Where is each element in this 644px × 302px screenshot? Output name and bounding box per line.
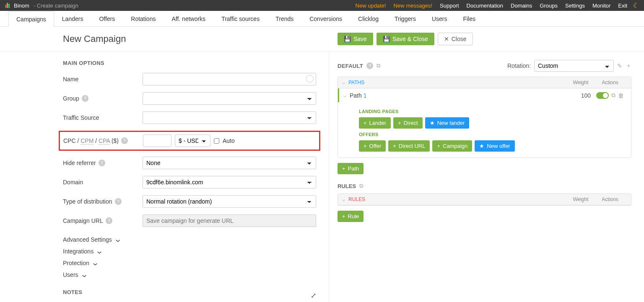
add-direct-button[interactable]: +Direct — [393, 117, 423, 129]
link-support[interactable]: Support — [440, 3, 459, 9]
close-icon: ✕ — [444, 36, 449, 42]
traffic-source-select[interactable] — [143, 111, 316, 124]
name-input[interactable] — [143, 73, 316, 85]
notes-header: NOTES — [63, 289, 82, 295]
topbar: Binom - Create campaign New update! New … — [0, 0, 644, 11]
cost-highlight-box: CPC / CPM / CPA ($) ? $ - USD Auto — [59, 131, 320, 151]
label-traffic-source: Traffic Source — [63, 114, 143, 121]
plus-icon[interactable]: ＋ — [626, 62, 631, 70]
help-icon[interactable]: ? — [106, 217, 112, 224]
plus-icon: + — [342, 213, 345, 219]
label-domain: Domain — [63, 179, 143, 186]
logo: Binom - Create campaign — [5, 3, 78, 9]
help-icon[interactable]: ? — [121, 137, 128, 144]
tab-traffic-sources[interactable]: Traffic sources — [213, 11, 267, 26]
new-lander-button[interactable]: ★New lander — [425, 117, 470, 129]
integrations-toggle[interactable]: Integrations — [63, 245, 316, 257]
label-hide-referrer: Hide referrer — [63, 160, 96, 166]
label-cpa[interactable]: CPA — [99, 137, 110, 145]
tab-trends[interactable]: Trends — [267, 11, 301, 26]
chevron-down-icon[interactable]: ⌵ — [342, 196, 345, 202]
add-direct-url-button[interactable]: +Direct URL — [388, 140, 430, 152]
link-groups[interactable]: Groups — [540, 3, 558, 9]
path-toggle[interactable] — [596, 92, 609, 99]
tab-conversions[interactable]: Conversions — [301, 11, 350, 26]
help-icon[interactable]: ? — [99, 160, 105, 166]
tab-triggers[interactable]: Triggers — [387, 11, 424, 26]
hide-referrer-select[interactable]: None — [143, 157, 316, 169]
campaign-url-input — [143, 214, 316, 227]
edit-icon[interactable]: ✎ — [617, 62, 622, 69]
tab-aff-networks[interactable]: Aff. networks — [164, 11, 213, 26]
label-rotation: Rotation: — [507, 62, 531, 69]
add-campaign-button[interactable]: +Campaign — [432, 140, 472, 152]
plus-icon: + — [398, 120, 401, 126]
chevron-down-icon[interactable]: ⌵ — [343, 93, 346, 98]
group-select[interactable] — [143, 92, 316, 105]
copy-icon[interactable]: ⧉ — [377, 62, 380, 69]
col-weight: Weight — [568, 196, 593, 202]
currency-select[interactable]: $ - USD — [175, 134, 210, 147]
star-icon: ★ — [430, 120, 435, 126]
tab-campaigns[interactable]: Campaigns — [8, 11, 54, 27]
protection-toggle[interactable]: Protection — [63, 257, 316, 269]
help-icon[interactable]: ? — [82, 95, 88, 102]
col-actions: Actions — [593, 80, 627, 85]
label-cpm[interactable]: CPM — [80, 137, 93, 145]
tab-files[interactable]: Files — [455, 11, 483, 26]
plus-icon: + — [393, 143, 396, 149]
name-status-icon — [306, 75, 314, 83]
save-button[interactable]: 💾Save — [338, 33, 373, 45]
rotation-select[interactable]: Custom — [534, 60, 614, 72]
tab-clicklog[interactable]: Clicklog — [350, 11, 387, 26]
tab-offers[interactable]: Offers — [91, 11, 123, 26]
label-auto: Auto — [223, 137, 235, 144]
page-title: New Campaign — [63, 34, 329, 44]
add-offer-button[interactable]: +Offer — [359, 140, 386, 152]
new-offer-button[interactable]: ★New offer — [475, 140, 514, 152]
link-monitor[interactable]: Monitor — [592, 3, 610, 9]
chevron-down-icon — [81, 271, 86, 278]
users-toggle[interactable]: Users — [63, 269, 316, 281]
add-lander-button[interactable]: +Lander — [359, 117, 391, 129]
chevron-down-icon — [92, 260, 97, 266]
help-icon[interactable]: ? — [115, 198, 122, 205]
chevron-down-icon — [96, 248, 101, 255]
close-button[interactable]: ✕Close — [438, 33, 473, 45]
tab-rotations[interactable]: Rotations — [123, 11, 164, 26]
distribution-select[interactable]: Normal rotation (random) — [143, 195, 316, 208]
rules-panel: ⌵RULES Weight Actions — [338, 194, 631, 206]
col-weight: Weight — [568, 80, 593, 85]
plus-icon: + — [364, 143, 367, 149]
delete-icon[interactable]: 🗑 — [618, 92, 624, 99]
offers-label: OFFERS — [359, 132, 627, 137]
add-path-button[interactable]: +Path — [338, 163, 364, 174]
copy-icon[interactable]: ⧉ — [359, 183, 363, 189]
chevron-down-icon — [114, 236, 119, 243]
chevron-down-icon[interactable]: ⌵ — [342, 80, 345, 85]
link-domains[interactable]: Domains — [511, 3, 532, 9]
link-documentation[interactable]: Documentation — [467, 3, 503, 9]
copy-icon[interactable]: ⧉ — [611, 92, 615, 99]
rules-label: RULES — [348, 196, 365, 202]
plus-icon: + — [437, 143, 440, 149]
save-close-button[interactable]: 💾Save & Close — [377, 33, 434, 45]
help-icon[interactable]: ? — [366, 62, 373, 69]
auto-checkbox[interactable] — [214, 138, 219, 144]
tab-users[interactable]: Users — [424, 11, 455, 26]
label-name: Name — [63, 76, 143, 83]
logo-icon — [5, 3, 10, 8]
add-rule-button[interactable]: +Rule — [338, 211, 364, 222]
link-new-messages[interactable]: New messages! — [394, 3, 432, 9]
expand-icon[interactable]: ⤢ — [311, 292, 316, 299]
star-icon: ★ — [479, 143, 484, 149]
cost-input[interactable] — [143, 134, 171, 147]
path-row[interactable]: ⌵Path 1 100 ⧉ 🗑 — [338, 88, 631, 102]
dark-mode-icon[interactable]: ☾ — [633, 2, 639, 10]
link-settings[interactable]: Settings — [565, 3, 585, 9]
domain-select[interactable]: 9cdf6e.binomlink.com — [143, 176, 316, 188]
link-exit[interactable]: Exit — [618, 3, 627, 9]
tab-landers[interactable]: Landers — [54, 11, 91, 26]
link-new-update[interactable]: New update! — [356, 3, 386, 9]
advanced-settings-toggle[interactable]: Advanced Settings — [63, 234, 316, 245]
